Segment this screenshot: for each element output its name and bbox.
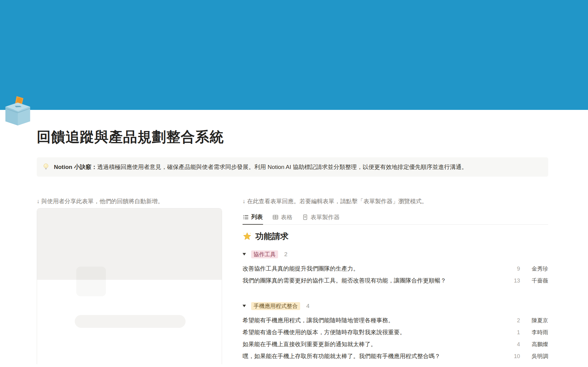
tab-table-view[interactable]: 表格	[272, 212, 293, 224]
row-feedback-text: 希望能有適合手機使用的版本，方便隨時存取對我來說很重要。	[243, 328, 506, 336]
form-share-column: ↓ 與使用者分享此表單，他們的回饋將自動新增。	[37, 197, 222, 364]
notion-tip-callout: Notion 小訣竅：透過積極回應使用者意見，確保產品能與使者需求同步發展。利用…	[37, 157, 548, 177]
tab-table-label: 表格	[281, 213, 292, 221]
row-submitter-name: 吳明調	[527, 353, 548, 360]
form-builder-icon	[302, 214, 308, 220]
list-view-icon	[243, 214, 249, 220]
tab-form-builder-label: 表單製作器	[311, 213, 340, 221]
row-feedback-text: 如果能在手機上直接收到重要更新的通知就太棒了。	[243, 340, 506, 348]
group-header: 手機應用程式整合 4	[243, 301, 548, 311]
callout-text: Notion 小訣竅：透過積極回應使用者意見，確保產品能與使者需求同步發展。利用…	[54, 163, 467, 171]
group-header: 協作工具 2	[243, 250, 548, 259]
row-vote-count: 4	[506, 341, 520, 348]
ballot-box-icon[interactable]	[2, 95, 33, 126]
toggle-down-icon[interactable]	[243, 305, 246, 307]
tab-form-builder[interactable]: 表單製作器	[302, 212, 340, 224]
table-row[interactable]: 希望能有適合手機使用的版本，方便隨時存取對我來說很重要。 1 李時雨	[243, 327, 548, 339]
row-vote-count: 2	[506, 317, 520, 324]
form-embed-preview[interactable]	[37, 208, 222, 364]
table-row[interactable]: 嘿，如果能在手機上存取所有功能就太棒了。我們能有手機應用程式整合嗎？ 10 吳明…	[243, 350, 548, 362]
form-preview-header-skeleton	[37, 208, 222, 280]
group-rows: 希望能有手機應用程式，讓我們能隨時隨地管理各種事務。 2 陳夏京 希望能有適合手…	[243, 315, 548, 362]
light-bulb-icon	[42, 163, 50, 170]
row-vote-count: 10	[506, 353, 520, 360]
row-vote-count: 13	[506, 278, 520, 284]
responses-caption: ↓ 在此查看表單回應。若要編輯表單，請點擊「表單製作器」瀏覽模式。	[243, 197, 548, 206]
tab-list-view[interactable]: 列表	[243, 212, 263, 225]
view-tabs: 列表 表格 表單製	[243, 212, 548, 225]
form-share-caption: ↓ 與使用者分享此表單，他們的回饋將自動新增。	[37, 197, 222, 206]
table-row[interactable]: 我們的團隊真的需要更好的協作工具。能否改善現有功能，讓團隊合作更順暢？ 13 千…	[243, 275, 548, 287]
row-submitter-name: 金秀珍	[527, 265, 548, 272]
glowing-star-icon	[243, 232, 252, 241]
page-cover	[0, 0, 588, 110]
group-mobile-app-integration: 手機應用程式整合 4 希望能有手機應用程式，讓我們能隨時隨地管理各種事務。 2 …	[243, 301, 548, 362]
row-submitter-name: 陳夏京	[527, 317, 548, 324]
tab-list-label: 列表	[251, 213, 263, 221]
group-rows: 改善協作工具真的能提升我們團隊的生產力。 9 金秀珍 我們的團隊真的需要更好的協…	[243, 263, 548, 287]
row-submitter-name: 千薔薇	[527, 277, 548, 284]
database-title-text[interactable]: 功能請求	[255, 231, 288, 242]
table-row[interactable]: 希望能有手機應用程式，讓我們能隨時隨地管理各種事務。 2 陳夏京	[243, 315, 548, 327]
row-feedback-text: 改善協作工具真的能提升我們團隊的生產力。	[243, 265, 506, 273]
table-view-icon	[273, 214, 278, 220]
form-preview-icon-skeleton	[76, 267, 106, 296]
two-column-layout: ↓ 與使用者分享此表單，他們的回饋將自動新增。 ↓ 在此查看表單回應。若要編輯表…	[37, 197, 548, 364]
form-preview-title-skeleton	[75, 315, 186, 328]
toggle-down-icon[interactable]	[243, 253, 246, 256]
database-title: 功能請求	[243, 231, 548, 242]
table-row[interactable]: 如果能在手機上直接收到重要更新的通知就太棒了。 4 高鵬燦	[243, 339, 548, 350]
group-count: 4	[306, 303, 310, 309]
row-submitter-name: 高鵬燦	[527, 341, 548, 348]
row-feedback-text: 嘿，如果能在手機上存取所有功能就太棒了。我們能有手機應用程式整合嗎？	[243, 352, 506, 360]
group-badge: 協作工具	[251, 250, 278, 258]
row-vote-count: 9	[506, 266, 520, 272]
callout-body: 透過積極回應使用者意見，確保產品能與使者需求同步發展。利用 Notion AI …	[97, 164, 467, 170]
responses-column: ↓ 在此查看表單回應。若要編輯表單，請點擊「表單製作器」瀏覽模式。 列表	[243, 197, 548, 364]
group-count: 2	[284, 251, 288, 258]
row-vote-count: 1	[506, 329, 520, 336]
row-feedback-text: 我們的團隊真的需要更好的協作工具。能否改善現有功能，讓團隊合作更順暢？	[243, 277, 506, 285]
group-badge: 手機應用程式整合	[251, 302, 300, 310]
page-content: 回饋追蹤與產品規劃整合系統 Notion 小訣竅：透過積極回應使用者意見，確保產…	[0, 110, 588, 364]
table-row[interactable]: 改善協作工具真的能提升我們團隊的生產力。 9 金秀珍	[243, 263, 548, 275]
page-title[interactable]: 回饋追蹤與產品規劃整合系統	[37, 128, 548, 146]
row-submitter-name: 李時雨	[527, 329, 548, 336]
callout-bold-label: Notion 小訣竅：	[54, 164, 97, 170]
row-feedback-text: 希望能有手機應用程式，讓我們能隨時隨地管理各種事務。	[243, 316, 506, 324]
group-collaboration-tools: 協作工具 2 改善協作工具真的能提升我們團隊的生產力。 9 金秀珍 我們的團隊真…	[243, 250, 548, 287]
